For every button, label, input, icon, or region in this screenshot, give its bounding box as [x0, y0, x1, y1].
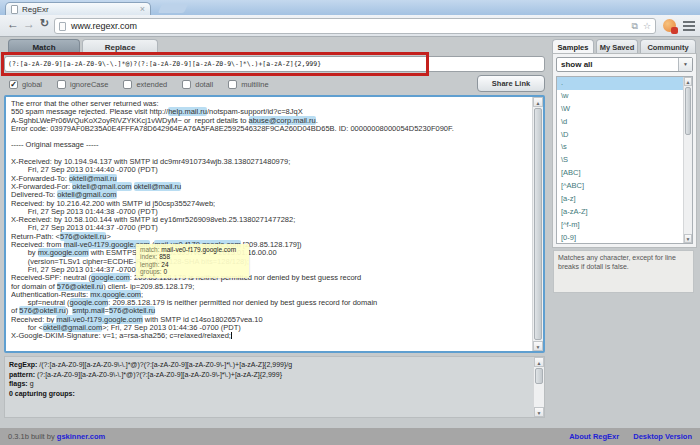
checkbox-ignoreCase[interactable]: [57, 80, 66, 89]
tab-my-saved[interactable]: My Saved: [596, 39, 638, 54]
address-bar[interactable]: www.regexr.com ⧉ ☆: [54, 18, 656, 34]
scroll-down-icon[interactable]: ▼: [534, 407, 544, 417]
regex-info-panel: RegExp: /(?:[a-zA-Z0-9][a-zA-Z0-9\-\.]*@…: [4, 356, 545, 418]
scrollbar-thumb[interactable]: [535, 368, 543, 384]
option-label: multiline: [241, 80, 269, 89]
match-tooltip: match: mail-ve0-f179.google.comindex: 85…: [136, 244, 249, 278]
screen: RegExr × ← → ↻ www.regexr.com ⧉ ☆ Match …: [0, 0, 700, 445]
browser-tab[interactable]: RegExr ×: [5, 2, 151, 15]
option-label: global: [22, 80, 42, 89]
sample-item[interactable]: \S: [557, 154, 692, 167]
about-link[interactable]: About RegExr: [569, 428, 619, 445]
scrollbar-thumb[interactable]: [534, 108, 542, 340]
footer: 0.3.1b built by gskinner.com About RegEx…: [0, 428, 700, 445]
text-cursor: [231, 332, 232, 339]
extension-badge: [671, 27, 678, 34]
sample-item[interactable]: [^ABC]: [557, 180, 692, 193]
option-extended[interactable]: extended: [123, 80, 167, 89]
url-page-icon: [59, 22, 66, 31]
sample-description: Matches any character, except for line b…: [553, 250, 694, 293]
page-action-icon[interactable]: ⧉: [631, 21, 637, 32]
checkbox-global[interactable]: ✓: [9, 80, 18, 89]
info-row: 0 capturing groups:: [9, 389, 530, 399]
checkbox-extended[interactable]: [123, 80, 132, 89]
checkbox-multiline[interactable]: [228, 80, 237, 89]
editor-content[interactable]: The error that the other server returned…: [11, 100, 530, 349]
option-multiline[interactable]: multiline: [228, 80, 269, 89]
sample-item[interactable]: [0-9]: [557, 232, 692, 244]
option-ignoreCase[interactable]: ignoreCase: [57, 80, 108, 89]
editor-line: ----- Original message -----: [11, 141, 530, 149]
reload-icon[interactable]: ↻: [40, 17, 49, 30]
sample-item[interactable]: \s: [557, 141, 692, 154]
scroll-up-icon[interactable]: ▲: [534, 357, 544, 367]
info-row: pattern: (?:[a-zA-Z0-9][a-zA-Z0-9\-\.]*@…: [9, 370, 530, 380]
scroll-down-icon[interactable]: ▼: [533, 341, 543, 351]
info-row: RegExp: /(?:[a-zA-Z0-9][a-zA-Z0-9\-\.]*@…: [9, 360, 530, 370]
tab-samples[interactable]: Samples: [552, 39, 594, 54]
forward-icon[interactable]: →: [23, 17, 35, 31]
scrollbar-thumb[interactable]: [685, 87, 691, 135]
page-favicon-icon: [11, 5, 18, 14]
chevron-down-icon[interactable]: ▼: [678, 58, 692, 71]
scroll-down-icon[interactable]: ▼: [684, 234, 692, 243]
scroll-up-icon[interactable]: ▲: [684, 77, 692, 86]
bookmark-star-icon[interactable]: ☆: [643, 21, 651, 31]
editor-line: X-Google-DKIM-Signature: v=1; a=rsa-sha2…: [11, 332, 530, 340]
samples-filter-dropdown[interactable]: show all ▼: [556, 57, 693, 72]
sample-item[interactable]: [a-zA-Z]: [557, 206, 692, 219]
back-icon[interactable]: ←: [7, 17, 19, 31]
match-highlight[interactable]: google.com: [91, 273, 130, 282]
option-label: ignoreCase: [70, 80, 108, 89]
checkbox-dotall[interactable]: [182, 80, 191, 89]
editor-line: Error code: 03979AF0B235A0E4FFFA78D64296…: [11, 125, 530, 133]
tooltip-row: length: 24: [140, 261, 245, 268]
browser-titlebar: RegExr ×: [0, 0, 700, 15]
match-highlight[interactable]: mx.google.com: [38, 248, 89, 257]
tooltip-row: groups: 0: [140, 268, 245, 275]
url-text[interactable]: www.regexr.com: [71, 21, 626, 31]
tab-title: RegExr: [22, 5, 140, 14]
new-tab-button[interactable]: [158, 4, 188, 13]
sample-item[interactable]: [a-z]: [557, 193, 692, 206]
tooltip-row: match: mail-ve0-f179.google.com: [140, 246, 245, 253]
option-dotall[interactable]: dotall: [182, 80, 213, 89]
options-row: ✓globalignoreCaseextendeddotallmultiline: [9, 77, 269, 92]
tab-replace[interactable]: Replace: [82, 39, 158, 54]
sample-item[interactable]: [^f-m]: [557, 219, 692, 232]
tab-community[interactable]: Community: [640, 39, 696, 54]
match-highlight[interactable]: help.mail.ru: [168, 107, 207, 116]
version-text: 0.3.1b built by: [8, 432, 55, 441]
samples-scrollbar[interactable]: ▲ ▼: [683, 77, 692, 243]
match-highlight[interactable]: oktell@gmail.com: [57, 190, 116, 199]
option-global[interactable]: ✓global: [9, 80, 42, 89]
extension-icon[interactable]: [663, 19, 676, 32]
menu-icon[interactable]: [683, 21, 695, 33]
info-scrollbar[interactable]: ▲ ▼: [533, 357, 544, 417]
desktop-version-link[interactable]: Desktop Version: [633, 428, 692, 445]
info-row: flags: g: [9, 379, 530, 389]
option-label: dotall: [195, 80, 213, 89]
samples-list[interactable]: .\w\W\d\D\s\S[ABC][^ABC][a-z][a-zA-Z][^f…: [556, 76, 693, 244]
test-text-editor[interactable]: The error that the other server returned…: [4, 95, 545, 353]
sample-item[interactable]: .: [557, 77, 692, 90]
sample-item[interactable]: \w: [557, 90, 692, 103]
sample-item[interactable]: [ABC]: [557, 167, 692, 180]
filter-value: show all: [557, 60, 678, 69]
sample-item[interactable]: \D: [557, 129, 692, 142]
option-label: extended: [136, 80, 167, 89]
tab-match[interactable]: Match: [8, 39, 80, 54]
match-highlight[interactable]: oktell@mail.ru: [134, 182, 182, 191]
sample-item[interactable]: \W: [557, 103, 692, 116]
builder-link[interactable]: gskinner.com: [57, 432, 105, 441]
tooltip-row: index: 858: [140, 253, 245, 260]
browser-toolbar: ← → ↻ www.regexr.com ⧉ ☆: [0, 15, 700, 37]
tab-close-icon[interactable]: ×: [140, 5, 145, 14]
info-rows: RegExp: /(?:[a-zA-Z0-9][a-zA-Z0-9\-\.]*@…: [9, 360, 530, 398]
editor-scrollbar[interactable]: ▲ ▼: [532, 97, 543, 351]
sample-item[interactable]: \d: [557, 116, 692, 129]
scroll-up-icon[interactable]: ▲: [533, 97, 543, 107]
regex-pattern-input[interactable]: (?:[a-zA-Z0-9][a-zA-Z0-9\-\.]*@)?(?:[a-z…: [4, 56, 545, 72]
share-link-button[interactable]: Share Link: [477, 75, 545, 92]
